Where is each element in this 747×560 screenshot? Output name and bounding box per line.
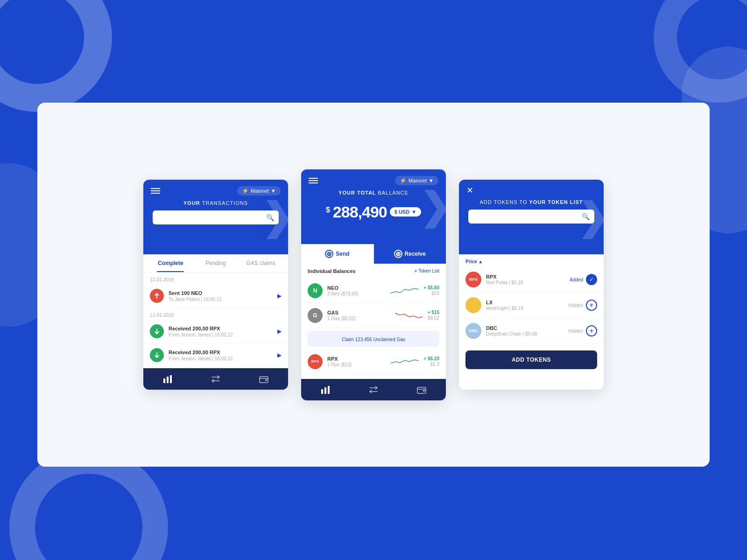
- dbc-token-sub: DeepBrain Chain | $0.08: [486, 331, 564, 336]
- rpx-sparkline: [391, 356, 419, 367]
- svg-rect-4: [265, 379, 267, 381]
- balance-number: 288,490: [333, 203, 387, 221]
- tx-info-received-2: Received 200,00 RPX From Jenson James | …: [169, 350, 273, 361]
- network-label-2: Mainnet: [409, 178, 427, 183]
- send-label: Send: [336, 251, 349, 257]
- dbc-token-status: Hidden +: [568, 325, 597, 336]
- nav-exchange-2[interactable]: [349, 384, 397, 396]
- tx-icon-received-2: [150, 348, 164, 362]
- balance-row-neo[interactable]: N NEO 3 Neo ($75,00) + $5.80 $25: [308, 279, 439, 303]
- screen3-title-text: YOUR TOKEN LIST: [529, 199, 583, 205]
- neo-coin-name: NEO: [327, 285, 386, 291]
- dbc-token-icon: DBC: [465, 323, 481, 339]
- screen2-title-text: BALLANCE: [378, 190, 408, 196]
- token-list-sort-header[interactable]: Price ▲: [459, 254, 604, 267]
- send-button[interactable]: ⊕ Send: [301, 244, 374, 264]
- currency-dropdown[interactable]: $ USD ▼: [390, 207, 421, 217]
- balances-header: Individual Balances ≡ Token List: [308, 268, 439, 274]
- action-buttons: ⊕ Send ⊕ Receive: [301, 244, 446, 264]
- tx-title-received-1: Received 200,00 RPX: [169, 326, 273, 331]
- tx-item-received-2[interactable]: Received 200,00 RPX From Jenson James | …: [143, 343, 288, 367]
- rpx-change-pct: + $6.20: [423, 356, 439, 361]
- add-tokens-button[interactable]: Add Tokens: [465, 350, 597, 369]
- token-list-link[interactable]: ≡ Token List: [415, 268, 439, 273]
- neo-coin-amount: 3 Neo ($75,00): [327, 291, 386, 296]
- send-icon: ⊕: [325, 250, 333, 258]
- nav-wallet-1[interactable]: [240, 373, 288, 385]
- gas-change-pct: + $15: [428, 310, 439, 315]
- network-badge-2[interactable]: ⚡ Mainnet ▼: [395, 176, 438, 185]
- rpx-coin-name: RPX: [327, 356, 386, 362]
- rpx-token-name: Red Pulse: [486, 280, 507, 285]
- nav-chart-1[interactable]: [143, 373, 191, 385]
- tab-complete[interactable]: Complete: [148, 254, 193, 272]
- tx-sub-sent: To Jane Peters | 16:05:12: [169, 297, 273, 302]
- receive-button[interactable]: ⊕ Receive: [374, 244, 446, 264]
- gas-coin-name: GAS: [327, 310, 390, 315]
- receive-icon: ⊕: [394, 250, 402, 258]
- svg-rect-5: [321, 389, 323, 394]
- dbc-add-btn[interactable]: +: [586, 325, 597, 336]
- screen2-header-top: ⚡ Mainnet ▼: [309, 176, 438, 185]
- lx-token-info: LX MoonLight | $0.18: [486, 300, 564, 311]
- tx-item-sent[interactable]: Sent 100 NEO To Jane Peters | 16:05:12 ▶: [143, 284, 288, 308]
- tab-gas-claims[interactable]: GAS claims: [238, 254, 283, 272]
- rpx-coin-icon: RPX: [308, 354, 323, 369]
- arrow-watermark-2: ❯: [419, 185, 446, 228]
- lx-add-btn[interactable]: +: [586, 300, 597, 311]
- rpx-check-btn[interactable]: ✓: [586, 274, 597, 285]
- tx-info-received-1: Received 200,00 RPX From Jenson James | …: [169, 326, 273, 337]
- screen3-header: ✕ ADD TOKENS TO YOUR TOKEN LIST 🔍 ❯: [459, 180, 604, 254]
- screen1-tabs: Complete Pending GAS claims: [143, 254, 288, 273]
- hamburger-icon[interactable]: [151, 188, 160, 194]
- dbc-token-name: DeepBrain Chain: [486, 331, 521, 336]
- screen3-header-top: ✕: [466, 186, 596, 195]
- balance-row-rpx[interactable]: RPX RPX 1 Rpx ($13) + $6.20 $1.3: [308, 350, 439, 374]
- main-container: ⚡ Mainnet ▼ YOUR TRANSACTIONS 🔍 ❯ Comple…: [37, 103, 710, 467]
- neo-sparkline: [391, 285, 419, 296]
- network-badge-1[interactable]: ⚡ Mainnet ▼: [237, 186, 281, 196]
- arrow-watermark-3: ❯: [577, 196, 604, 239]
- hamburger-icon-2[interactable]: [309, 178, 318, 183]
- screen1-search-input[interactable]: [157, 214, 263, 221]
- token-list-section: Price ▲ RPX RPX Red Pulse | $0.18 Added …: [459, 254, 604, 390]
- svg-rect-2: [170, 375, 172, 383]
- neo-change-pct: + $5.80: [423, 285, 439, 290]
- svg-rect-0: [163, 378, 165, 383]
- tx-sub-received-1: From Jenson James | 16:05:12: [169, 332, 273, 337]
- rpx-token-icon: RPX: [465, 272, 481, 287]
- token-item-dbc[interactable]: DBC DBC DeepBrain Chain | $0.08 Hidden +: [459, 318, 604, 344]
- screen1-header-top: ⚡ Mainnet ▼: [151, 186, 281, 196]
- rpx-token-info: RPX Red Pulse | $0.18: [486, 274, 565, 285]
- lx-token-price: $0.18: [512, 306, 523, 311]
- nav-wallet-2[interactable]: [398, 384, 446, 396]
- nav-exchange-1[interactable]: [191, 373, 240, 385]
- balance-row-gas[interactable]: G GAS 1 Gas ($9,52) + $15 $9,52: [308, 303, 439, 328]
- neo-change-usd: $25: [423, 291, 439, 296]
- token-item-lx[interactable]: 🌙 LX MoonLight | $0.18 Hidden +: [459, 293, 604, 318]
- dbc-token-symbol: DBC: [486, 325, 564, 331]
- gas-coin-info: GAS 1 Gas ($9,52): [327, 310, 390, 321]
- screen1-header: ⚡ Mainnet ▼ YOUR TRANSACTIONS 🔍 ❯: [143, 180, 288, 254]
- screen3-search-input[interactable]: [473, 213, 579, 220]
- lightning-icon-1: ⚡: [242, 188, 249, 194]
- arrow-watermark-1: ❯: [261, 196, 288, 239]
- tx-info-sent: Sent 100 NEO To Jane Peters | 16:05:12: [169, 290, 273, 302]
- screen1-title-prefix: YOUR: [183, 200, 202, 206]
- svg-rect-1: [167, 377, 169, 383]
- screen2-header: ⚡ Mainnet ▼ YOUR TOTAL BALLANCE $ 288,49…: [301, 169, 446, 244]
- nav-chart-2[interactable]: [301, 384, 349, 396]
- token-item-rpx[interactable]: RPX RPX Red Pulse | $0.18 Added ✓: [459, 267, 604, 293]
- dbc-token-price: $0.08: [525, 331, 537, 336]
- screen-balance: ⚡ Mainnet ▼ YOUR TOTAL BALLANCE $ 288,49…: [301, 169, 446, 400]
- claim-gas-bar[interactable]: Claim 123.456 Unclaimed Gas: [308, 331, 439, 347]
- close-button[interactable]: ✕: [466, 186, 473, 195]
- currency-label: $ USD: [395, 209, 409, 215]
- tx-item-received-1[interactable]: Received 200,00 RPX From Jenson James | …: [143, 320, 288, 343]
- tx-title-sent: Sent 100 NEO: [169, 290, 273, 296]
- tab-pending[interactable]: Pending: [193, 254, 239, 272]
- dropdown-arrow-2: ▼: [429, 178, 434, 183]
- lx-token-icon: 🌙: [465, 297, 481, 313]
- receive-label: Receive: [405, 251, 426, 257]
- svg-rect-9: [423, 390, 425, 392]
